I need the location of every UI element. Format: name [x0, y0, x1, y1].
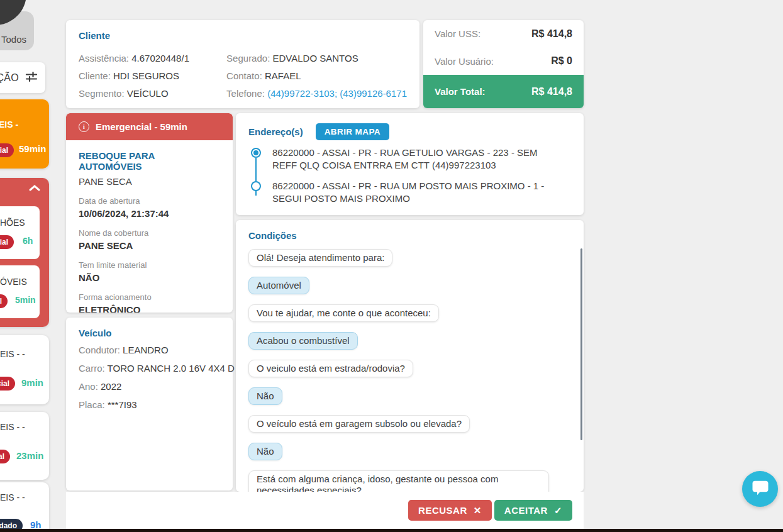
address-list: 86220000 - ASSAI - PR - RUA GETULIO VARG…: [251, 147, 571, 205]
close-icon: ✕: [474, 505, 482, 516]
refuse-label: RECUSAR: [418, 505, 467, 516]
address-text: 86220000 - ASSAI - PR - RUA UM POSTO MAI…: [272, 180, 557, 205]
client-fields-right: Segurado: EDVALDO SANTOS Contato: RAFAEL…: [226, 47, 407, 100]
client-field: Assistência: 4.67020448/1: [79, 52, 226, 65]
chat-bubble: Não: [248, 443, 282, 460]
bottom-edge-bar: [0, 529, 783, 532]
vehicle-field: Ano: 2022: [79, 380, 220, 393]
detail-value: NÃO: [79, 272, 220, 283]
chat-bubble: Automóvel: [248, 277, 309, 294]
sidebar-item-selected[interactable]: EIS - cial 59min: [0, 99, 49, 169]
service-title-fragment: EIS -: [0, 119, 18, 130]
field-label: Segurado:: [226, 53, 270, 64]
time-badge: 59min: [19, 143, 46, 154]
detail-value: 10/06/2024, 21:37:44: [79, 208, 220, 219]
client-field: Segmento: VEÍCULO: [79, 87, 226, 100]
client-card-title: Cliente: [79, 30, 407, 41]
urgency-header: i Emergencial - 59min: [66, 113, 233, 140]
vehicle-card: Veículo Condutor: LEANDRO Carro: TORO RA…: [66, 318, 233, 490]
service-name: REBOQUE PARA AUTOMÓVEIS: [79, 150, 220, 172]
vehicle-title: Veículo: [79, 328, 220, 338]
field-label: Assistência:: [79, 53, 129, 64]
client-card: Cliente Assistência: 4.67020448/1 Client…: [66, 20, 419, 108]
service-title-fragment: EIS - -: [0, 422, 25, 432]
field-value: TORO RANCH 2.0 16V 4X4 D: [108, 363, 235, 374]
sidebar-item[interactable]: HÕES ncial 6h: [0, 206, 40, 259]
field-value: 4.67020448/1: [131, 53, 189, 64]
sidebar-item[interactable]: EIS - - ncial 9min: [0, 335, 49, 404]
value-label: Valor USS:: [435, 28, 480, 39]
field-value: HDI SEGUROS: [113, 70, 179, 81]
field-label: Cliente:: [79, 70, 111, 81]
value-row: Valor USS: R$ 414,8: [423, 20, 584, 48]
chevron-up-icon[interactable]: [28, 184, 41, 195]
value-amount: R$ 0: [551, 55, 572, 67]
scrollbar-thumb[interactable]: [580, 248, 582, 440]
client-field: Segurado: EDVALDO SANTOS: [226, 52, 407, 65]
service-problem: PANE SECA: [79, 176, 220, 187]
detail-label: Nome da cobertura: [79, 228, 220, 238]
speech-bubble-icon: [750, 479, 770, 500]
service-card: i Emergencial - 59min REBOQUE PARA AUTOM…: [66, 113, 233, 313]
chat-transcript: Olá! Deseja atendimento para: Automóvel …: [248, 249, 571, 492]
field-label: Condutor:: [79, 345, 120, 355]
service-title-fragment: HÕES: [0, 218, 25, 228]
chat-bubble: Não: [248, 387, 282, 405]
field-value: 2022: [101, 381, 121, 392]
time-badge: 9min: [21, 377, 43, 388]
service-title-fragment: EIS - -: [0, 492, 25, 502]
chat-bubble: Acabou o combustível: [248, 332, 358, 350]
value-amount: R$ 414,8: [531, 86, 572, 97]
conditions-title: Condições: [248, 230, 571, 241]
sidebar-item[interactable]: ÓVEIS al 5min: [0, 265, 40, 318]
urgency-badge: al: [0, 294, 8, 308]
time-badge: 6h: [23, 236, 33, 246]
values-card: Valor USS: R$ 414,8 Valor Usuário: R$ 0 …: [423, 20, 584, 108]
accept-label: ACEITAR: [504, 505, 548, 516]
service-detail: Tem limite material NÃO: [79, 260, 220, 283]
value-amount: R$ 414,8: [531, 28, 572, 40]
service-detail: Forma acionamento ELETRÔNICO: [79, 292, 220, 313]
field-value: VEÍCULO: [127, 88, 169, 99]
client-field: Telefone: (44)99722-3103; (43)99126-6171: [226, 87, 407, 100]
sidebar-item[interactable]: EIS - - cial 23min: [0, 412, 49, 480]
detail-label: Data de abertura: [79, 196, 220, 206]
accept-button[interactable]: ACEITAR ✓: [494, 500, 572, 521]
address-item: 86220000 - ASSAI - PR - RUA GETULIO VARG…: [251, 147, 571, 172]
sidebar-item[interactable]: EIS - - endado 9h: [0, 482, 49, 532]
detail-value: PANE SECA: [79, 240, 220, 251]
chat-widget-button[interactable]: [742, 471, 778, 507]
detail-label: Tem limite material: [79, 260, 220, 270]
service-title-fragment: EIS - -: [0, 349, 25, 359]
field-value: ***7I93: [108, 399, 137, 410]
app-canvas: Todos IÇÃO EIS - cial 59min: [0, 0, 783, 532]
route-marker-icon[interactable]: [251, 181, 261, 191]
service-details: Data de abertura 10/06/2024, 21:37:44 No…: [79, 196, 220, 313]
sidebar-group: HÕES ncial 6h ÓVEIS al 5min: [0, 178, 49, 327]
addresses-title: Endereço(s): [248, 126, 303, 137]
vehicle-field: Condutor: LEANDRO: [79, 344, 220, 357]
open-map-button[interactable]: ABRIR MAPA: [316, 123, 389, 140]
chat-bubble: Vou te ajudar, me conte o que aconteceu:: [248, 304, 439, 322]
refuse-button[interactable]: RECUSAR ✕: [408, 500, 492, 521]
action-footer: RECUSAR ✕ ACEITAR ✓: [66, 492, 584, 529]
route-marker-icon[interactable]: [251, 148, 261, 158]
detail-value: ELETRÔNICO: [79, 304, 220, 313]
sidebar-section-header[interactable]: IÇÃO: [0, 62, 45, 93]
value-label: Valor Total:: [435, 86, 486, 97]
field-value: RAFAEL: [265, 70, 301, 81]
field-label: Contato:: [226, 70, 262, 81]
client-fields-left: Assistência: 4.67020448/1 Cliente: HDI S…: [79, 47, 226, 100]
chat-bubble: O veiculo está em estrada/rodovia?: [248, 360, 413, 377]
service-detail: Nome da cobertura PANE SECA: [79, 228, 220, 251]
field-label: Placa:: [79, 399, 105, 410]
field-label: Ano:: [79, 381, 98, 392]
filter-sliders-icon[interactable]: [25, 70, 38, 86]
field-label: Telefone:: [226, 88, 265, 99]
value-row: Valor Usuário: R$ 0: [423, 48, 584, 75]
time-badge: 23min: [16, 450, 43, 461]
client-field: Contato: RAFAEL: [226, 70, 407, 82]
urgency-badge: cial: [0, 143, 14, 157]
field-value: (44)99722-3103; (43)99126-6171: [267, 88, 407, 99]
addresses-card: Endereço(s) ABRIR MAPA 86220000 - ASSAI …: [236, 113, 584, 215]
